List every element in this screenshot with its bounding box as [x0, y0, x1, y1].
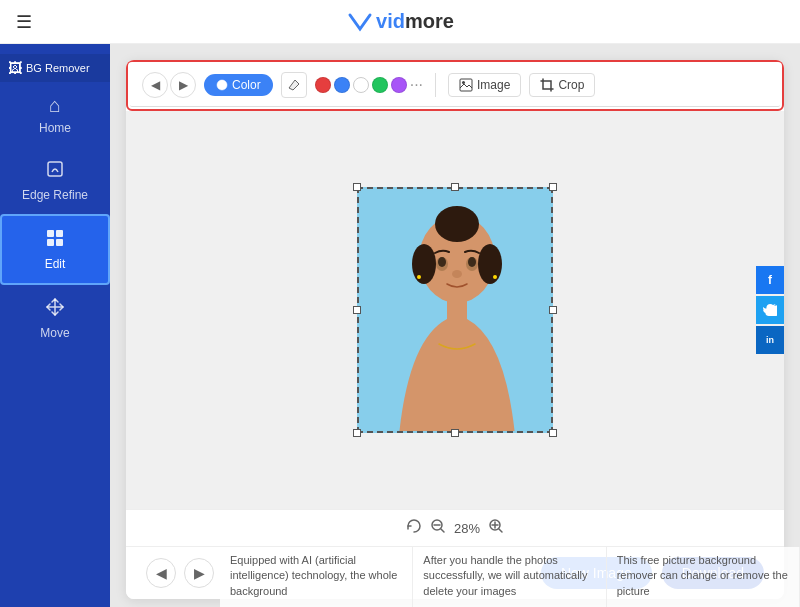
- svg-rect-1: [47, 230, 54, 237]
- more-swatches-button[interactable]: ···: [410, 76, 423, 94]
- prev-button[interactable]: ◀: [146, 558, 176, 588]
- svg-point-16: [468, 257, 476, 267]
- photo-frame: [357, 187, 553, 433]
- svg-rect-3: [47, 239, 54, 246]
- sidebar-item-move[interactable]: Move: [0, 285, 110, 352]
- handle-top-left[interactable]: [353, 183, 361, 191]
- svg-point-20: [493, 275, 497, 279]
- zoom-out-button[interactable]: [430, 518, 446, 538]
- undo-button[interactable]: ◀: [142, 72, 168, 98]
- handle-bot-mid[interactable]: [451, 429, 459, 437]
- home-icon: ⌂: [49, 94, 61, 117]
- bottom-text-col-3: This free picture background remover can…: [607, 547, 800, 607]
- redo-button[interactable]: ▶: [170, 72, 196, 98]
- image-button[interactable]: Image: [448, 73, 521, 97]
- toolbar-divider: [435, 73, 436, 97]
- zoom-toolbar: 28%: [126, 509, 784, 546]
- color-swatches: ···: [315, 76, 423, 94]
- zoom-controls: 28%: [406, 518, 504, 538]
- svg-point-17: [452, 270, 462, 278]
- rotate-icon: [406, 518, 422, 534]
- actions-nav: ◀ ▶: [146, 558, 214, 588]
- image-container[interactable]: [357, 187, 553, 433]
- handle-top-mid[interactable]: [451, 183, 459, 191]
- person-image: [359, 189, 553, 433]
- sidebar-item-edit[interactable]: Edit: [0, 214, 110, 285]
- logo: vidmore: [346, 10, 454, 33]
- image-icon: [459, 78, 473, 92]
- swatch-green[interactable]: [372, 77, 388, 93]
- sidebar-item-home[interactable]: ⌂ Home: [0, 82, 110, 147]
- bottom-text-col-1: Equipped with AI (artificial intelligenc…: [220, 547, 413, 607]
- twitter-icon: [763, 304, 777, 316]
- swatch-red[interactable]: [315, 77, 331, 93]
- header: ☰ vidmore: [0, 0, 800, 44]
- svg-point-19: [417, 275, 421, 279]
- move-icon: [45, 297, 65, 322]
- swatch-white[interactable]: [353, 77, 369, 93]
- svg-point-7: [462, 81, 465, 84]
- swatch-purple[interactable]: [391, 77, 407, 93]
- rotate-button[interactable]: [406, 518, 422, 538]
- svg-point-11: [412, 244, 436, 284]
- bottom-text-col-2: After you handle the photos successfully…: [413, 547, 606, 607]
- sidebar: 🖼 BG Remover ⌂ Home Edge Refine: [0, 44, 110, 607]
- svg-line-23: [441, 529, 444, 532]
- svg-point-5: [217, 80, 227, 90]
- handle-mid-left[interactable]: [353, 306, 361, 314]
- linkedin-share-button[interactable]: in: [756, 326, 784, 354]
- svg-rect-4: [56, 239, 63, 246]
- swatch-blue[interactable]: [334, 77, 350, 93]
- zoom-in-icon: [488, 518, 504, 534]
- toolbar: ◀ ▶ Color: [130, 64, 780, 107]
- color-icon: [216, 79, 228, 91]
- handle-mid-right[interactable]: [549, 306, 557, 314]
- eraser-icon: [287, 78, 301, 92]
- zoom-in-button[interactable]: [488, 518, 504, 538]
- twitter-share-button[interactable]: [756, 296, 784, 324]
- editor-card: ◀ ▶ Color: [126, 60, 784, 599]
- facebook-share-button[interactable]: f: [756, 266, 784, 294]
- svg-rect-2: [56, 230, 63, 237]
- svg-point-10: [435, 206, 479, 242]
- sidebar-top-label: 🖼 BG Remover: [0, 54, 110, 82]
- toolbar-nav: ◀ ▶: [142, 72, 196, 98]
- edge-refine-icon: [45, 159, 65, 184]
- crop-button[interactable]: Crop: [529, 73, 595, 97]
- svg-point-12: [478, 244, 502, 284]
- handle-bot-right[interactable]: [549, 429, 557, 437]
- edit-icon: [45, 228, 65, 253]
- zoom-out-icon: [430, 518, 446, 534]
- next-button[interactable]: ▶: [184, 558, 214, 588]
- svg-line-27: [499, 529, 502, 532]
- svg-point-15: [438, 257, 446, 267]
- logo-text: vidmore: [376, 10, 454, 33]
- menu-icon[interactable]: ☰: [16, 11, 32, 33]
- social-bar: f in: [756, 266, 784, 354]
- color-button[interactable]: Color: [204, 74, 273, 96]
- sidebar-item-edge-refine[interactable]: Edge Refine: [0, 147, 110, 214]
- bottom-text-bar: Equipped with AI (artificial intelligenc…: [220, 547, 800, 607]
- main-layout: 🖼 BG Remover ⌂ Home Edge Refine: [0, 44, 800, 607]
- crop-icon: [540, 78, 554, 92]
- logo-icon: [346, 11, 374, 33]
- canvas-area: f in: [126, 111, 784, 509]
- handle-top-right[interactable]: [549, 183, 557, 191]
- zoom-value: 28%: [454, 521, 480, 536]
- svg-rect-6: [460, 79, 472, 91]
- eraser-button[interactable]: [281, 72, 307, 98]
- handle-bot-left[interactable]: [353, 429, 361, 437]
